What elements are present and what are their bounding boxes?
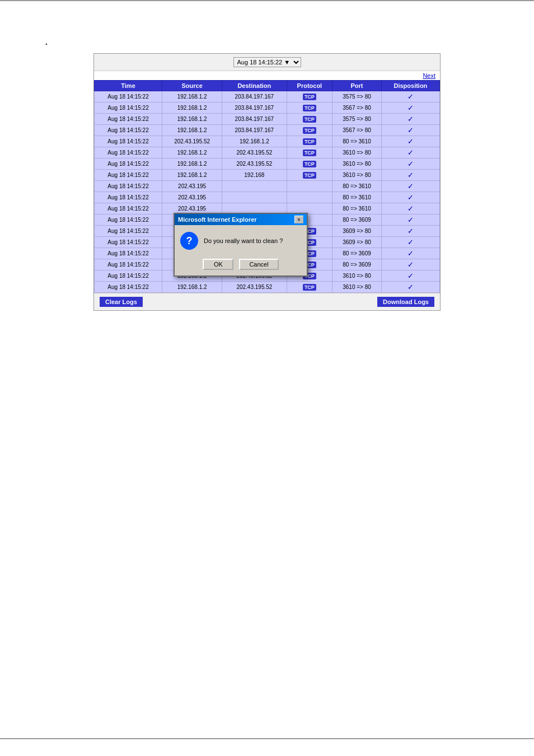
modal-dialog: Microsoft Internet Explorer × ? Do you r…	[174, 213, 308, 277]
modal-ok-button[interactable]: OK	[203, 259, 233, 270]
modal-cancel-button[interactable]: Cancel	[239, 259, 278, 270]
modal-body: ? Do you really want to clean ?	[175, 225, 307, 254]
modal-buttons: OK Cancel	[175, 254, 307, 276]
modal-overlay: Microsoft Internet Explorer × ? Do you r…	[0, 0, 534, 756]
modal-titlebar: Microsoft Internet Explorer ×	[175, 214, 307, 225]
question-icon: ?	[180, 232, 198, 250]
modal-close-button[interactable]: ×	[294, 216, 303, 223]
modal-message: Do you really want to clean ?	[204, 237, 283, 244]
modal-title: Microsoft Internet Explorer	[178, 216, 257, 223]
